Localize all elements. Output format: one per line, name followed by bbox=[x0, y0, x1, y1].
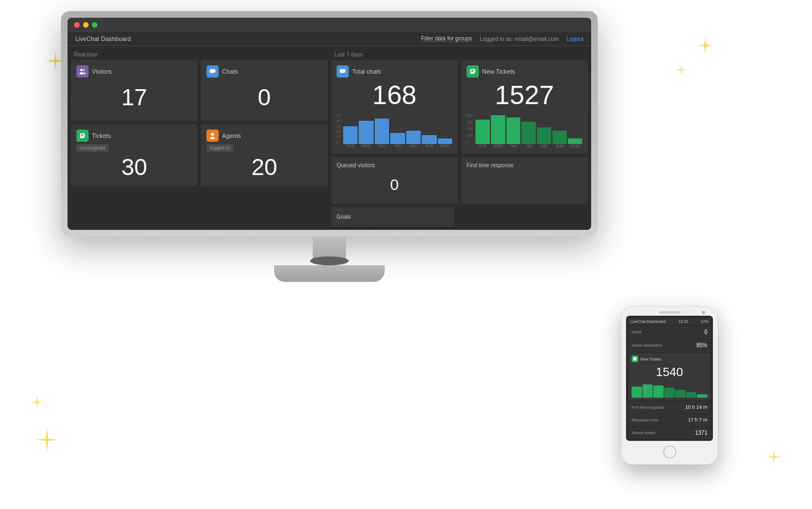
stand-neck bbox=[313, 236, 346, 259]
total-chats-card: Total chats 168 50 bbox=[331, 60, 458, 153]
visitors-title: Visitors bbox=[92, 68, 112, 75]
topbar-right: Filter data for groups Logged in as: ema… bbox=[421, 35, 583, 42]
phone-bottom bbox=[626, 441, 713, 460]
phone-time: 13:25 bbox=[679, 320, 689, 323]
goals-row: Goals bbox=[331, 207, 588, 227]
agents-card-header: Agents bbox=[206, 130, 322, 142]
phone-bar-4 bbox=[664, 388, 675, 398]
login-info: Logged in as: email@email.com bbox=[480, 36, 558, 42]
queued-visitors-card: Queued visitors 0 bbox=[331, 157, 458, 204]
logout-link[interactable]: Logout bbox=[566, 36, 583, 42]
chats-card: Chats 0 bbox=[201, 60, 328, 121]
bar-wed bbox=[359, 121, 373, 144]
realtime-section: Visitors 17 bbox=[71, 60, 328, 227]
last7days-bottom-cards: Queued visitors 0 First time response bbox=[331, 157, 588, 204]
dashboard-content: Real time Last 7 days bbox=[68, 46, 591, 230]
last7days-section: Total chats 168 50 bbox=[331, 60, 588, 227]
y-axis-labels: 50 40 30 20 10 0 bbox=[337, 114, 342, 144]
nt-bar-sat bbox=[537, 127, 551, 144]
new-tickets-chart: 400 300 200 100 0 bbox=[467, 114, 582, 148]
topbar: LiveChat Dashboard Filter data for group… bbox=[68, 32, 591, 46]
phone-bar-2 bbox=[643, 384, 653, 398]
nt-bar-fri bbox=[521, 122, 536, 144]
tickets-card-header: Tickets bbox=[76, 130, 192, 142]
sparkle-decoration bbox=[30, 395, 44, 409]
traffic-lights bbox=[68, 18, 591, 32]
main-container: LiveChat Dashboard Filter data for group… bbox=[0, 0, 812, 509]
sparkle-decoration bbox=[675, 64, 687, 76]
chats-card-header: Chats bbox=[206, 65, 322, 78]
sparkle-decoration bbox=[33, 426, 61, 454]
goals-title: Goals bbox=[337, 214, 449, 220]
phone-nt-title: New Tickets bbox=[640, 357, 661, 361]
total-chats-value: 168 bbox=[337, 80, 452, 110]
phone-nt-chart bbox=[632, 382, 707, 398]
sparkle-decoration bbox=[696, 36, 715, 55]
tickets-title: Tickets bbox=[92, 132, 111, 139]
bar-sat bbox=[406, 131, 421, 144]
queued-visitors-title: Queued visitors bbox=[337, 162, 452, 168]
nt-bar-wed bbox=[491, 115, 505, 144]
new-tickets-icon bbox=[467, 65, 479, 78]
phone-app-title: LiveChat Dashboard bbox=[630, 320, 666, 323]
phone-satisfaction-label: Visitor satisfaction bbox=[632, 343, 663, 347]
phone-battery: 12% bbox=[701, 320, 708, 323]
nt-bar-mon bbox=[568, 138, 582, 144]
phone-bar-5 bbox=[675, 390, 686, 398]
phone-camera bbox=[702, 311, 705, 314]
bar-thu bbox=[375, 119, 389, 144]
agents-subtitle: logged in bbox=[206, 144, 234, 152]
first-time-response-title: First time response bbox=[467, 162, 582, 168]
phone-topbar: LiveChat Dashboard 13:25 12% bbox=[628, 318, 711, 325]
phone-goals-label: Goals bbox=[632, 330, 642, 334]
phone-new-tickets-section: New Tickets 1540 bbox=[628, 353, 711, 400]
total-chats-title: Total chats bbox=[352, 68, 381, 75]
phone-solved-row: Solved tickets 1371 bbox=[628, 427, 711, 439]
phone-body: LiveChat Dashboard 13:25 12% Goals 0 Vis… bbox=[621, 306, 718, 465]
phone-resolution-label: Resolution time bbox=[632, 418, 658, 422]
close-traffic-light[interactable] bbox=[74, 22, 80, 28]
monitor-screen: LiveChat Dashboard Filter data for group… bbox=[68, 18, 591, 230]
phone-satisfaction-row: Visitor satisfaction 85% bbox=[628, 340, 711, 352]
svg-point-3 bbox=[83, 73, 86, 74]
filter-groups-link[interactable]: Filter data for groups bbox=[421, 35, 472, 42]
maximize-traffic-light[interactable] bbox=[92, 22, 97, 28]
phone-satisfaction-value: 85% bbox=[696, 342, 707, 348]
monitor-body: LiveChat Dashboard Filter data for group… bbox=[61, 11, 598, 236]
phone-resolution-value: 17 h 7 m bbox=[688, 417, 707, 423]
monitor-screen-border: LiveChat Dashboard Filter data for group… bbox=[68, 18, 591, 230]
tickets-icon bbox=[76, 130, 89, 142]
total-chats-header: Total chats bbox=[337, 65, 452, 78]
stand-base bbox=[274, 265, 385, 282]
phone-nt-value: 1540 bbox=[632, 364, 707, 381]
dashboard-grid: Visitors 17 bbox=[68, 60, 591, 230]
svg-point-7 bbox=[211, 133, 214, 136]
phone-home-button[interactable] bbox=[663, 445, 676, 459]
phone-speaker bbox=[659, 311, 681, 313]
sparkle-decoration bbox=[766, 449, 782, 465]
nt-bar-tue bbox=[475, 120, 490, 144]
phone-bar-1 bbox=[632, 387, 642, 398]
bar-tue bbox=[343, 126, 358, 144]
bar-fri bbox=[390, 133, 405, 144]
phone-resolution-row: Resolution time 17 h 7 m bbox=[628, 414, 711, 426]
minimize-traffic-light[interactable] bbox=[83, 22, 89, 28]
new-tickets-y-labels: 400 300 200 100 0 bbox=[467, 114, 474, 144]
new-tickets-header: New Tickets bbox=[467, 65, 582, 78]
svg-point-8 bbox=[210, 137, 215, 139]
agents-card: Agents logged in 20 bbox=[201, 124, 328, 186]
goals-card: Goals bbox=[331, 207, 454, 227]
phone-screen: LiveChat Dashboard 13:25 12% Goals 0 Vis… bbox=[626, 316, 713, 441]
visitors-value: 17 bbox=[76, 80, 192, 115]
nt-bar-sun bbox=[552, 131, 567, 144]
new-tickets-value: 1527 bbox=[467, 80, 582, 110]
nt-bar-day-labels: TUE WED THU FRI SAT SUN MON bbox=[475, 144, 582, 148]
queued-visitors-value: 0 bbox=[337, 172, 452, 198]
phone-solved-value: 1371 bbox=[695, 430, 707, 436]
visitors-card: Visitors 17 bbox=[71, 60, 198, 121]
new-tickets-bars bbox=[475, 114, 582, 144]
first-time-response-card: First time response bbox=[461, 157, 588, 204]
phone-nt-header: New Tickets bbox=[632, 356, 707, 362]
tickets-subtitle: unassigned bbox=[76, 144, 108, 152]
realtime-top-cards: Visitors 17 bbox=[71, 60, 328, 121]
